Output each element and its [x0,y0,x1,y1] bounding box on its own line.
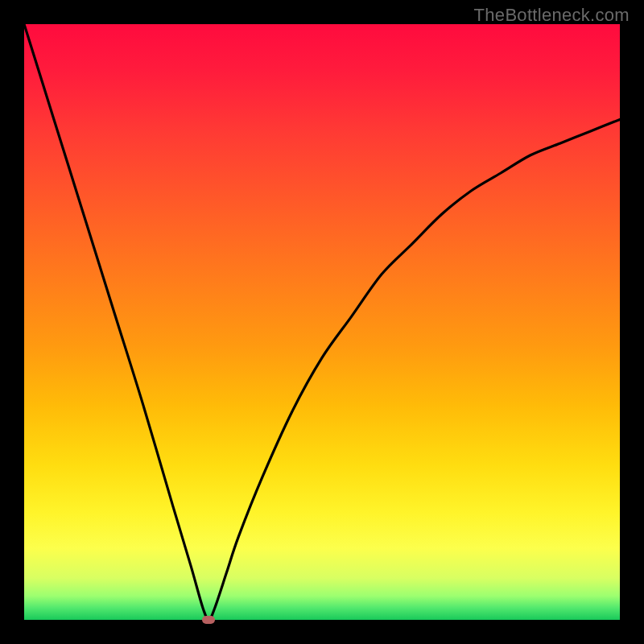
plot-area [24,24,620,620]
min-point-marker [202,616,215,624]
bottleneck-curve [24,24,620,620]
watermark-text: TheBottleneck.com [474,5,630,26]
chart-frame: TheBottleneck.com [0,0,644,644]
